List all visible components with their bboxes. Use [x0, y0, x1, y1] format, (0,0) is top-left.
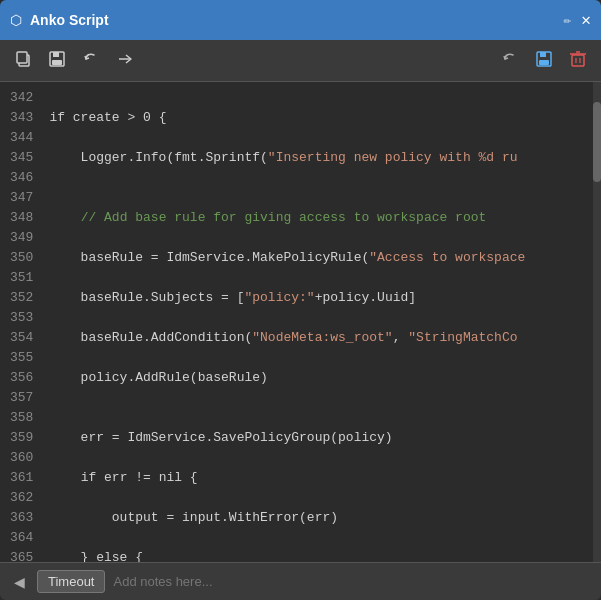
save-button[interactable] [44, 48, 70, 74]
bottom-bar: ◀ Timeout [0, 562, 601, 600]
notes-input[interactable] [113, 574, 591, 589]
code-editor[interactable]: if create > 0 { Logger.Info(fmt.Sprintf(… [41, 82, 593, 562]
svg-rect-8 [539, 60, 549, 65]
line-numbers: 342 343 344 345 346 347 348 349 350 351 … [0, 82, 41, 562]
window-title: Anko Script [30, 12, 558, 28]
scrollbar[interactable] [593, 82, 601, 562]
collapse-button[interactable]: ◀ [10, 572, 29, 592]
undo-button[interactable] [78, 48, 104, 74]
indent-button[interactable] [112, 48, 138, 74]
anko-script-window: ⬡ Anko Script ✏️ ✕ [0, 0, 601, 600]
svg-rect-1 [17, 52, 27, 63]
delete-button[interactable] [565, 48, 591, 74]
code-area: 342 343 344 345 346 347 348 349 350 351 … [0, 82, 601, 562]
timeout-button[interactable]: Timeout [37, 570, 105, 593]
svg-rect-3 [53, 52, 59, 57]
svg-rect-9 [572, 55, 584, 66]
edit-icon[interactable]: ✏️ [564, 12, 572, 28]
save2-button[interactable] [531, 48, 557, 74]
svg-rect-7 [540, 52, 546, 57]
toolbar-left [10, 48, 138, 74]
scrollbar-thumb[interactable] [593, 102, 601, 182]
close-button[interactable]: ✕ [581, 10, 591, 30]
undo2-button[interactable] [497, 48, 523, 74]
svg-rect-4 [52, 60, 62, 65]
script-icon: ⬡ [10, 12, 22, 29]
copy-button[interactable] [10, 48, 36, 74]
toolbar-right [497, 48, 591, 74]
toolbar [0, 40, 601, 82]
title-bar: ⬡ Anko Script ✏️ ✕ [0, 0, 601, 40]
